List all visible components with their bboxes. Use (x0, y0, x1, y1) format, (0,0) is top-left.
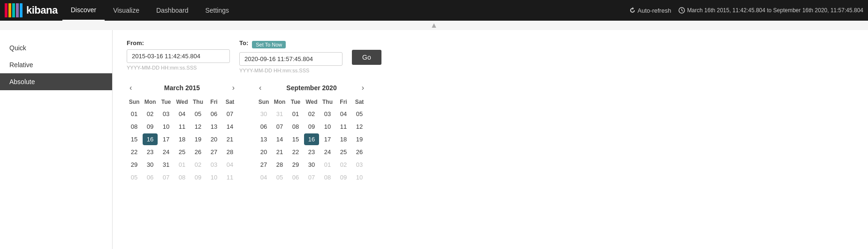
left-cal-next-button[interactable]: › (229, 83, 237, 93)
cal-day[interactable]: 21 (222, 133, 237, 145)
right-cal-next-button[interactable]: › (359, 83, 367, 93)
cal-day[interactable]: 22 (127, 146, 142, 158)
cal-day[interactable]: 29 (127, 159, 142, 171)
sidebar-item-absolute[interactable]: Absolute (0, 73, 112, 90)
cal-day[interactable]: 07 (272, 121, 287, 132)
cal-day[interactable]: 19 (352, 133, 367, 145)
cal-day: 01 (320, 159, 335, 171)
cal-day[interactable]: 29 (288, 159, 303, 171)
cal-day: 08 (320, 171, 335, 183)
cal-day[interactable]: 30 (304, 159, 319, 171)
cal-day[interactable]: 25 (175, 146, 190, 158)
cal-day[interactable]: 12 (352, 121, 367, 132)
cal-day[interactable]: 24 (159, 146, 174, 158)
left-calendar: ‹ March 2015 › SunMonTueWedThuFriSat0102… (127, 83, 237, 183)
cal-day[interactable]: 06 (206, 108, 221, 120)
kibana-logo: kibana (5, 3, 58, 17)
right-calendar-header: ‹ September 2020 › (256, 83, 367, 93)
cal-day[interactable]: 09 (143, 121, 158, 132)
left-calendar-header: ‹ March 2015 › (127, 83, 237, 93)
sidebar-item-quick[interactable]: Quick (0, 39, 112, 56)
cal-day[interactable]: 08 (288, 121, 303, 132)
auto-refresh-button[interactable]: Auto-refresh (629, 7, 671, 14)
cal-day[interactable]: 07 (222, 108, 237, 120)
cal-day: 10 (206, 171, 221, 183)
cal-day: 02 (336, 159, 351, 171)
cal-day[interactable]: 16 (143, 133, 158, 145)
cal-day[interactable]: 20 (206, 133, 221, 145)
cal-day[interactable]: 19 (190, 133, 206, 145)
to-label: To: (239, 39, 248, 47)
cal-day[interactable]: 03 (320, 108, 335, 120)
cal-day[interactable]: 10 (159, 121, 174, 132)
cal-day[interactable]: 14 (222, 121, 237, 132)
date-range-display: March 16th 2015, 11:42:45.804 to Septemb… (678, 7, 863, 14)
cal-day[interactable]: 10 (320, 121, 335, 132)
cal-day-header: Mon (143, 97, 158, 107)
cal-day[interactable]: 15 (127, 133, 142, 145)
cal-day[interactable]: 30 (143, 159, 158, 171)
cal-day[interactable]: 23 (143, 146, 158, 158)
cal-day[interactable]: 01 (127, 108, 142, 120)
nav-link-settings[interactable]: Settings (197, 0, 237, 21)
cal-day[interactable]: 01 (288, 108, 303, 120)
cal-day[interactable]: 28 (222, 146, 237, 158)
cal-day[interactable]: 13 (256, 133, 271, 145)
cal-day[interactable]: 04 (175, 108, 190, 120)
go-button[interactable]: Go (352, 50, 381, 65)
cal-day[interactable]: 23 (304, 146, 319, 158)
cal-day[interactable]: 03 (159, 108, 174, 120)
nav-link-visualize[interactable]: Visualize (105, 0, 148, 21)
cal-day: 03 (352, 159, 367, 171)
left-cal-prev-button[interactable]: ‹ (127, 83, 135, 93)
cal-day[interactable]: 20 (256, 146, 271, 158)
cal-day[interactable]: 25 (336, 146, 351, 158)
nav-link-discover[interactable]: Discover (62, 0, 105, 21)
cal-day: 06 (288, 171, 303, 183)
cal-day[interactable]: 02 (304, 108, 319, 120)
cal-day[interactable]: 15 (288, 133, 303, 145)
set-to-now-button[interactable]: Set To Now (252, 41, 286, 48)
cal-day[interactable]: 24 (320, 146, 335, 158)
cal-day[interactable]: 18 (175, 133, 190, 145)
cal-day[interactable]: 27 (206, 146, 221, 158)
cal-day[interactable]: 22 (288, 146, 303, 158)
cal-day[interactable]: 13 (206, 121, 221, 132)
cal-day[interactable]: 26 (190, 146, 206, 158)
cal-day[interactable]: 05 (352, 108, 367, 120)
nav-link-dashboard[interactable]: Dashboard (148, 0, 197, 21)
left-cal-grid: SunMonTueWedThuFriSat0102030405060708091… (127, 97, 237, 183)
cal-day[interactable]: 26 (352, 146, 367, 158)
cal-day[interactable]: 08 (127, 121, 142, 132)
right-cal-prev-button[interactable]: ‹ (256, 83, 264, 93)
cal-day: 05 (127, 171, 142, 183)
cal-day-header: Tue (159, 97, 174, 107)
cal-day-header: Sat (352, 97, 367, 107)
cal-day[interactable]: 04 (336, 108, 351, 120)
left-cal-title: March 2015 (164, 84, 200, 92)
date-range-text: March 16th 2015, 11:42:45.804 to Septemb… (687, 7, 863, 14)
nav-right: Auto-refresh March 16th 2015, 11:42:45.8… (629, 7, 868, 14)
cal-day[interactable]: 11 (175, 121, 190, 132)
cal-day[interactable]: 02 (143, 108, 158, 120)
cal-day[interactable]: 28 (272, 159, 287, 171)
cal-day[interactable]: 21 (272, 146, 287, 158)
cal-day[interactable]: 17 (159, 133, 174, 145)
sidebar-item-relative[interactable]: Relative (0, 56, 112, 73)
cal-day[interactable]: 14 (272, 133, 287, 145)
cal-day[interactable]: 05 (190, 108, 206, 120)
cal-day: 09 (190, 171, 206, 183)
cal-day[interactable]: 17 (320, 133, 335, 145)
cal-day[interactable]: 09 (304, 121, 319, 132)
kibana-stripes (5, 3, 23, 17)
cal-day[interactable]: 12 (190, 121, 206, 132)
from-input[interactable] (127, 49, 230, 63)
cal-day[interactable]: 11 (336, 121, 351, 132)
cal-day[interactable]: 18 (336, 133, 351, 145)
cal-day[interactable]: 16 (304, 133, 319, 145)
cal-day[interactable]: 31 (159, 159, 174, 171)
to-input[interactable] (239, 52, 343, 66)
cal-day[interactable]: 06 (256, 121, 271, 132)
cal-day[interactable]: 27 (256, 159, 271, 171)
from-label: From: (127, 39, 230, 47)
